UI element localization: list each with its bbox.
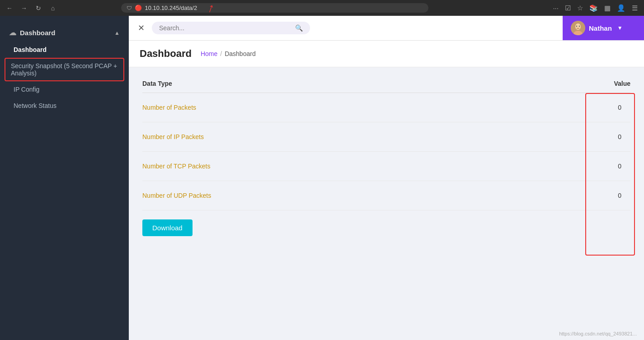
sidebar-section-dashboard: ☁ Dashboard ▲ Dashboard Security Snapsho… [0, 20, 129, 117]
row-value-udp-packets: 0 [603, 192, 630, 199]
row-label-tcp-packets: Number of TCP Packets [142, 163, 210, 170]
row-label-udp-packets: Number of UDP Packets [142, 192, 211, 199]
sidebar-item-ip-config[interactable]: IP Config [0, 81, 129, 98]
sidebar-item-security-snapshot[interactable]: Security Snapshot (5 Second PCAP + Analy… [5, 58, 124, 81]
search-input[interactable] [159, 24, 291, 32]
download-button[interactable]: Download [142, 219, 193, 236]
table-row: Number of Packets 0 [142, 93, 630, 122]
security-warning-icon: 🔴 [135, 5, 142, 11]
pocket-icon[interactable]: ☑ [563, 3, 573, 13]
main-layout: ☁ Dashboard ▲ Dashboard Security Snapsho… [0, 16, 644, 340]
browser-tools: ··· ☑ ☆ 📚 ▦ 👤 ☰ [551, 3, 639, 13]
user-badge[interactable]: Nathan ▼ [563, 16, 644, 40]
sidebar-header-dashboard[interactable]: ☁ Dashboard ▲ [0, 24, 129, 42]
user-name: Nathan [589, 24, 612, 32]
row-label-ip-packets: Number of IP Packets [142, 133, 204, 140]
svg-point-3 [576, 26, 577, 27]
search-bar[interactable]: 🔍 [152, 22, 310, 34]
chevron-up-icon: ▲ [114, 30, 120, 36]
browser-chrome: ← → ↻ ⌂ 🛡 🔴 ↑ ··· ☑ ☆ 📚 ▦ 👤 ☰ [0, 0, 644, 16]
table-body: Number of Packets 0 Number of IP Packets… [142, 93, 630, 210]
breadcrumb-separator: / [220, 50, 222, 57]
avatar [571, 21, 585, 35]
forward-button[interactable]: → [19, 3, 29, 13]
sidebar-item-network-status[interactable]: Network Status [0, 98, 129, 114]
row-value-tcp-packets: 0 [603, 163, 630, 170]
table-row: Number of UDP Packets 0 [142, 181, 630, 210]
url-input[interactable] [145, 5, 423, 11]
menu-icon[interactable]: ☰ [630, 3, 639, 13]
table-row: Number of IP Packets 0 [142, 122, 630, 152]
row-value-packets: 0 [603, 104, 630, 111]
table-row: Number of TCP Packets 0 [142, 152, 630, 181]
sidebar-item-dashboard[interactable]: Dashboard [0, 42, 129, 58]
sidebar: ☁ Dashboard ▲ Dashboard Security Snapsho… [0, 16, 129, 340]
col-header-value: Value [614, 80, 630, 87]
content-area: ✕ 🔍 ⤢ Natha [129, 16, 644, 340]
table-header: Data Type Value [142, 76, 630, 93]
breadcrumb: Home / Dashboard [201, 50, 256, 57]
top-bar: ✕ 🔍 ⤢ Natha [129, 16, 644, 41]
page-header: Dashboard Home / Dashboard [129, 41, 644, 67]
cloud-icon: ☁ [9, 28, 16, 37]
breadcrumb-current: Dashboard [225, 50, 256, 57]
svg-point-4 [579, 26, 580, 27]
sidebar-header-left: ☁ Dashboard [9, 28, 55, 37]
row-label-packets: Number of Packets [142, 104, 196, 111]
library-icon[interactable]: 📚 [588, 3, 600, 13]
home-button[interactable]: ⌂ [48, 3, 58, 13]
search-icon: 🔍 [295, 24, 303, 32]
user-dropdown-chevron: ▼ [617, 25, 623, 31]
svg-point-1 [575, 23, 581, 30]
breadcrumb-home[interactable]: Home [201, 50, 217, 57]
address-bar[interactable]: 🛡 🔴 ↑ [121, 3, 428, 13]
profile-icon[interactable]: 👤 [615, 3, 627, 13]
more-options-button[interactable]: ··· [551, 3, 560, 13]
reload-button[interactable]: ↻ [33, 3, 43, 13]
data-content: Data Type Value Number of Packets 0 Numb… [129, 67, 644, 340]
close-button[interactable]: ✕ [138, 23, 145, 33]
col-header-data-type: Data Type [142, 80, 172, 87]
layout-icon[interactable]: ▦ [602, 3, 612, 13]
back-button[interactable]: ← [5, 3, 14, 13]
footer-hint: https://blog.csdn.net/qq_2493821... [559, 331, 637, 336]
bookmark-icon[interactable]: ☆ [575, 3, 585, 13]
row-value-ip-packets: 0 [603, 133, 630, 140]
sidebar-section-label: Dashboard [20, 29, 55, 37]
data-table: Data Type Value Number of Packets 0 Numb… [142, 76, 630, 236]
page-title: Dashboard [140, 48, 192, 60]
lock-icon: 🛡 [127, 5, 132, 11]
